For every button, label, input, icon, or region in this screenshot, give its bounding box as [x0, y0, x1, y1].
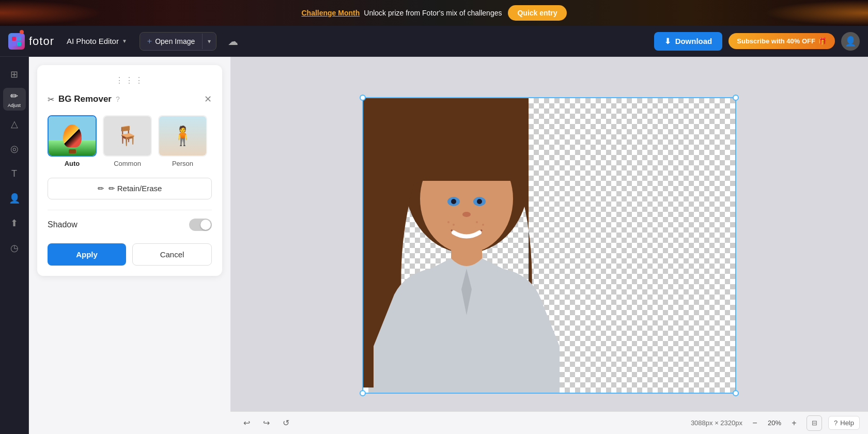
svg-point-11	[462, 212, 471, 217]
divider	[48, 210, 212, 210]
panel-header: ✂ BG Remover ? ✕	[48, 94, 212, 105]
subscribe-label: Subscribe with 40% OFF	[737, 37, 815, 45]
close-button[interactable]: ✕	[204, 94, 212, 105]
help-icon[interactable]: ?	[116, 95, 120, 103]
gift-icon: 🎁	[818, 37, 827, 45]
sidebar-item-people[interactable]: 👤	[3, 187, 26, 210]
ai-editor-button[interactable]: AI Photo Editor ▼	[63, 34, 131, 49]
notification-dot	[20, 30, 24, 34]
redo-button[interactable]: ↪	[258, 415, 274, 431]
sidebar-item-shape[interactable]: △	[3, 113, 26, 135]
corner-handle-tr[interactable]	[733, 95, 739, 101]
shape-icon: △	[11, 118, 18, 130]
logo-text: fotor	[29, 35, 54, 48]
chevron-down-icon: ▼	[122, 38, 127, 44]
image-size: 3088px × 2320px	[691, 419, 742, 427]
toggle-knob	[200, 220, 211, 230]
corner-handle-tl[interactable]	[360, 95, 366, 101]
thumb-common-img: 🪑	[103, 115, 152, 157]
thumb-common[interactable]: 🪑 Common	[103, 115, 152, 167]
history-icon: ◷	[10, 242, 19, 254]
sidebar-item-eye[interactable]: ◎	[3, 137, 26, 160]
thumb-auto[interactable]: Auto	[48, 115, 97, 167]
challenge-label[interactable]: Challenge Month	[301, 9, 360, 17]
cloud-button[interactable]: ☁	[225, 32, 241, 51]
sidebar-item-text[interactable]: T	[3, 162, 26, 185]
view-icon: ⊟	[812, 419, 817, 427]
ai-editor-label: AI Photo Editor	[67, 37, 119, 45]
canvas-wrapper	[363, 98, 735, 393]
svg-point-9	[451, 199, 456, 204]
download-button[interactable]: ⬇ Download	[654, 32, 723, 51]
cancel-button[interactable]: Cancel	[132, 243, 212, 266]
plus-icon: +	[147, 37, 152, 46]
person-shape: 🧍	[171, 125, 194, 147]
svg-point-12	[447, 221, 450, 223]
canvas-inner[interactable]	[363, 98, 735, 393]
eye-icon: ◎	[10, 143, 19, 154]
drag-dots: ⋮⋮⋮	[115, 75, 145, 85]
panel-card: ⋮⋮⋮ ✂ BG Remover ? ✕	[37, 65, 222, 276]
sidebar-item-upload[interactable]: ⬆	[3, 212, 26, 235]
subscribe-button[interactable]: Subscribe with 40% OFF 🎁	[729, 33, 835, 49]
header-right: ⬇ Download Subscribe with 40% OFF 🎁 👤	[654, 32, 860, 51]
banner-bg-right	[765, 0, 868, 26]
svg-point-15	[482, 224, 484, 226]
panel: ⋮⋮⋮ ✂ BG Remover ? ✕	[29, 57, 230, 434]
bg-remover-icon: ✂	[48, 95, 54, 104]
bottom-left: ↩ ↪ ↺	[239, 415, 293, 431]
help-circle-icon: ?	[834, 419, 838, 427]
panel-title-row: ✂ BG Remover ?	[48, 94, 120, 104]
svg-rect-1	[17, 37, 21, 41]
chair-shape: 🪑	[116, 125, 139, 147]
svg-rect-2	[12, 42, 16, 46]
sidebar: ⊞ ✏ Adjust △ ◎ T 👤 ⬆ ◷	[0, 57, 29, 434]
svg-rect-3	[17, 42, 21, 46]
reset-button[interactable]: ↺	[278, 415, 293, 431]
banner-unlock-text: Unlock prize from Fotor's mix of challen…	[364, 9, 502, 17]
thumb-auto-img	[48, 115, 97, 157]
main-area: ⊞ ✏ Adjust △ ◎ T 👤 ⬆ ◷ ⋮⋮⋮	[0, 57, 868, 434]
corner-handle-bl[interactable]	[360, 390, 366, 396]
banner-text: Challenge Month Unlock prize from Fotor'…	[301, 9, 502, 17]
download-label: Download	[675, 37, 712, 45]
corner-handle-br[interactable]	[733, 390, 739, 396]
drag-handle[interactable]: ⋮⋮⋮	[48, 75, 212, 85]
thumb-common-label: Common	[114, 160, 141, 167]
quick-entry-button[interactable]: Quick entry	[508, 5, 566, 21]
redo-icon: ↪	[263, 418, 270, 428]
open-image-group: + Open Image ▾	[140, 32, 216, 51]
adjust-label: Adjust	[8, 103, 21, 108]
open-image-button[interactable]: + Open Image	[140, 33, 202, 50]
person-thumbnail: 🧍	[159, 116, 206, 156]
logo[interactable]: fotor	[8, 33, 54, 50]
help-button[interactable]: ? Help	[828, 416, 860, 430]
bottom-right: 3088px × 2320px − 20% + ⊟ ? Help	[691, 415, 860, 431]
retain-erase-button[interactable]: ✏ ✏ Retain/Erase	[48, 178, 212, 199]
chair-thumbnail: 🪑	[104, 116, 151, 156]
banner-bg-left	[0, 0, 103, 26]
thumb-auto-label: Auto	[65, 160, 80, 167]
panel-title: BG Remover	[58, 94, 112, 104]
people-icon: 👤	[9, 193, 20, 204]
view-toggle-button[interactable]: ⊟	[807, 415, 822, 431]
apply-button[interactable]: Apply	[48, 243, 126, 266]
sidebar-item-history[interactable]: ◷	[3, 237, 26, 259]
thumb-person[interactable]: 🧍 Person	[158, 115, 207, 167]
zoom-in-button[interactable]: +	[788, 417, 800, 429]
sidebar-item-grid[interactable]: ⊞	[3, 63, 26, 86]
balloon-basket	[69, 149, 76, 153]
zoom-level: 20%	[764, 419, 785, 427]
thumb-person-img: 🧍	[158, 115, 207, 157]
zoom-out-button[interactable]: −	[749, 417, 761, 429]
logo-icon	[8, 33, 25, 50]
retain-erase-label: ✏ Retain/Erase	[109, 184, 162, 193]
thumb-person-label: Person	[172, 160, 193, 167]
open-image-label: Open Image	[155, 37, 195, 45]
open-image-arrow-button[interactable]: ▾	[203, 34, 216, 49]
undo-icon: ↩	[243, 418, 250, 428]
sidebar-item-adjust[interactable]: ✏ Adjust	[3, 88, 26, 111]
shadow-toggle[interactable]	[189, 219, 212, 231]
avatar[interactable]: 👤	[841, 32, 860, 51]
undo-button[interactable]: ↩	[239, 415, 254, 431]
